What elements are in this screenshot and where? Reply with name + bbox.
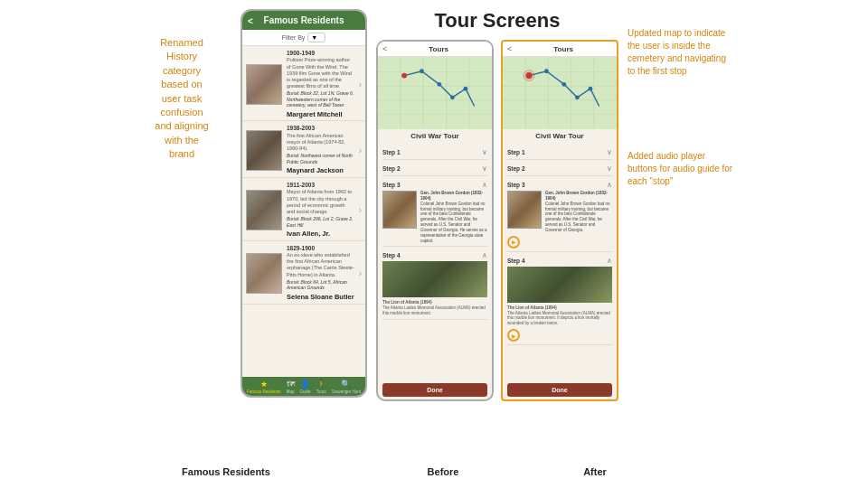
after-phone: < Tours bbox=[501, 40, 618, 401]
person-name-margaret: Margaret Mitchell bbox=[287, 110, 354, 119]
label-before: Before bbox=[428, 466, 459, 477]
back-icon-before[interactable]: < bbox=[382, 44, 387, 53]
step-landscape-4-before: Step 4 ∧ The Lion of Atlanta (1894) The … bbox=[382, 249, 487, 320]
bottom-labels: Famous Residents Before After bbox=[18, 457, 850, 479]
person-info-maynard: 1938-2003 The first African American may… bbox=[287, 125, 354, 175]
nav-famous-residents[interactable]: ★ Famous Residents bbox=[247, 380, 281, 394]
step-expanded-header-3-after: Step 3 ∧ bbox=[507, 181, 612, 189]
audio-play-button-3[interactable]: ▶ bbox=[507, 236, 520, 249]
person-burial-selena: Burial: Block 64, Lot 5, African America… bbox=[287, 279, 354, 291]
step-expanded-header-3: Step 3 ∧ bbox=[382, 181, 487, 189]
map-svg-after bbox=[503, 57, 617, 129]
done-button-after[interactable]: Done bbox=[507, 383, 612, 397]
svg-point-25 bbox=[561, 82, 566, 87]
person-burial-ivan: Burial: Block 296, Lot 2, Grave 2, East … bbox=[287, 216, 354, 228]
label-after: After bbox=[583, 466, 607, 477]
person-item-maynard[interactable]: 1938-2003 The first African American may… bbox=[242, 121, 365, 178]
main-row: Renamed History category based on user t… bbox=[18, 9, 850, 457]
svg-point-27 bbox=[589, 87, 593, 91]
nav-label-map: Map bbox=[287, 389, 295, 394]
person-item-selena[interactable]: 1829-1900 An ex-slave who established th… bbox=[242, 241, 365, 305]
filter-dropdown[interactable]: ▼ bbox=[307, 33, 326, 42]
nav-label-scavenger: Scavenger Hunt bbox=[332, 389, 361, 394]
svg-rect-14 bbox=[503, 58, 617, 128]
step-chevron-3-after: ∧ bbox=[607, 181, 612, 189]
svg-point-13 bbox=[464, 87, 468, 91]
step-label-3-after: Step 3 bbox=[507, 182, 525, 188]
svg-point-26 bbox=[575, 95, 580, 99]
step-chevron-1-after: ∨ bbox=[607, 148, 612, 156]
person-photo-ivan bbox=[246, 190, 282, 230]
annotation-line9: brand bbox=[169, 148, 194, 159]
star-icon: ★ bbox=[260, 380, 268, 389]
person-item-ivan[interactable]: 1911-2003 Mayor of Atlanta from 1962 to … bbox=[242, 178, 365, 241]
annotation-line7: and aligning bbox=[155, 120, 208, 131]
step-chevron-1-before: ∨ bbox=[482, 148, 487, 156]
general-photo-after bbox=[507, 191, 542, 229]
left-annotation: Renamed History category based on user t… bbox=[132, 9, 231, 162]
annotation-line1: Renamed bbox=[160, 37, 203, 48]
right-annotation-bottom: Added audio player buttons for audio gui… bbox=[627, 150, 736, 188]
famous-residents-phone: < Famous Residents Filter By ▼ 1900-1949… bbox=[241, 9, 367, 398]
person-desc-margaret: Pulitzer Prize-winning author of Gone Wi… bbox=[287, 57, 354, 89]
person-burial-maynard: Burial: Northwest corner of North Public… bbox=[287, 153, 354, 164]
svg-point-11 bbox=[437, 82, 441, 87]
scavenger-icon: 🔍 bbox=[341, 380, 351, 389]
map-after bbox=[503, 57, 617, 129]
phone-header: < Famous Residents bbox=[242, 11, 365, 30]
step-chevron-2-before: ∨ bbox=[482, 164, 487, 173]
person-desc-ivan: Mayor of Atlanta from 1962 to 1970, led … bbox=[287, 189, 354, 215]
step-chevron-4-before: ∧ bbox=[482, 251, 487, 259]
svg-point-9 bbox=[401, 73, 407, 79]
step-label-2-after: Step 2 bbox=[507, 165, 525, 172]
landscape-photo-after bbox=[507, 267, 612, 303]
nav-map[interactable]: 🗺 Map bbox=[287, 380, 295, 394]
before-phone: < Tours bbox=[376, 40, 494, 401]
annotation-line4: based on bbox=[161, 79, 202, 89]
person-desc-maynard: The first African American mayor of Atla… bbox=[287, 133, 354, 152]
tour-header-after: < Tours bbox=[503, 42, 617, 57]
screen-title: Famous Residents bbox=[264, 15, 344, 25]
svg-point-24 bbox=[544, 69, 549, 73]
step-row-1-after[interactable]: Step 1 ∨ bbox=[507, 145, 612, 160]
svg-point-12 bbox=[450, 95, 455, 99]
bottom-nav: ★ Famous Residents 🗺 Map 👤 Guide 🚶 Tours… bbox=[242, 377, 365, 396]
step-row-2-before[interactable]: Step 2 ∨ bbox=[382, 162, 487, 176]
step-expanded-content-3: Gen. John Brown Gordon (1832-1904) Colon… bbox=[382, 191, 487, 243]
chevron-right-icon: › bbox=[359, 80, 362, 89]
nav-scavenger[interactable]: 🔍 Scavenger Hunt bbox=[332, 380, 361, 394]
nav-tours[interactable]: 🚶 Tours bbox=[316, 380, 326, 394]
before-after-row: < Tours bbox=[376, 40, 618, 401]
person-photo-maynard bbox=[246, 130, 282, 171]
page-wrapper: Renamed History category based on user t… bbox=[0, 0, 868, 488]
step-label-1-after: Step 1 bbox=[507, 149, 525, 155]
step-label-3-before: Step 3 bbox=[382, 182, 401, 188]
annotation-line6: confusion bbox=[160, 107, 203, 117]
annotation-line2: History bbox=[166, 51, 197, 61]
step-row-1-before[interactable]: Step 1 ∨ bbox=[382, 145, 487, 160]
map-svg-before bbox=[378, 57, 492, 129]
tour-title-before: Civil War Tour bbox=[378, 129, 492, 143]
landscape-text-before: The Lion of Atlanta (1894) The Atlanta L… bbox=[382, 300, 487, 316]
chevron-right-icon3: › bbox=[359, 205, 362, 215]
person-dates-ivan: 1911-2003 bbox=[287, 182, 354, 189]
step-expanded-3-before: Step 3 ∧ Gen. John Brown Gordon (1832-19… bbox=[382, 178, 487, 247]
audio-play-button-4[interactable]: ▶ bbox=[507, 329, 520, 342]
person-photo-selena bbox=[246, 253, 282, 294]
done-button-before[interactable]: Done bbox=[382, 383, 487, 397]
svg-point-29 bbox=[525, 72, 533, 80]
label-famous-residents: Famous Residents bbox=[182, 466, 270, 477]
step-row-2-after[interactable]: Step 2 ∨ bbox=[507, 162, 612, 176]
filter-label: Filter By bbox=[282, 34, 306, 41]
chevron-right-icon4: › bbox=[359, 268, 362, 278]
back-arrow-icon[interactable]: < bbox=[248, 15, 253, 25]
landscape-photo-before bbox=[382, 261, 487, 297]
back-icon-after[interactable]: < bbox=[507, 44, 512, 53]
person-item-margaret[interactable]: 1900-1949 Pulitzer Prize-winning author … bbox=[242, 46, 365, 121]
person-name-selena: Selena Sloane Butler bbox=[287, 293, 354, 302]
nav-label-guide: Guide bbox=[300, 389, 311, 394]
person-info-margaret: 1900-1949 Pulitzer Prize-winning author … bbox=[287, 50, 354, 118]
nav-guide[interactable]: 👤 Guide bbox=[300, 380, 311, 394]
person-name-ivan: Ivan Allen, Jr. bbox=[287, 230, 354, 239]
annotation-line5: user task bbox=[162, 93, 203, 104]
